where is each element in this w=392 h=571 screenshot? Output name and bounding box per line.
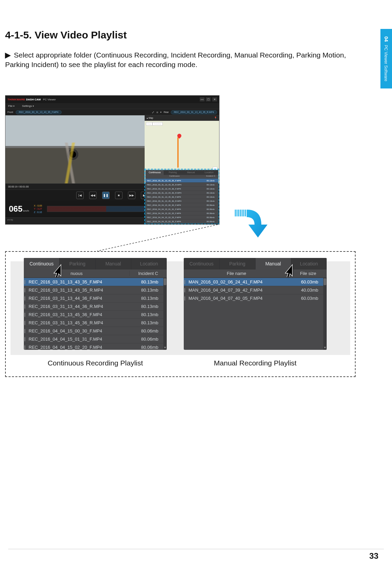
inset-row-size: 80.06mb: [203, 221, 218, 223]
playlist-row[interactable]: MAN_2016_04_04_07_39_42_F.MP440.03mb: [184, 286, 327, 294]
equalizer-icon[interactable]: ≡: [157, 111, 158, 114]
window-minimize-button[interactable]: —: [200, 97, 205, 101]
paragraph-arrow-icon: ▶: [5, 51, 11, 59]
cursor-icon: [50, 262, 65, 277]
playlist-row-size: 80.13mb: [133, 320, 167, 325]
playlist-row-filename: REC_2016_03_31_13_45_36_R.MP4: [24, 320, 133, 325]
map-toggle[interactable]: ▴ Map: [147, 117, 153, 119]
inset-row[interactable]: REC_2016_03_31_13_44_36_F.MP480.13mb: [146, 186, 218, 191]
svg-rect-1: [236, 210, 238, 216]
window-maximize-button[interactable]: □: [206, 97, 211, 101]
playlist-row[interactable]: REC_2016_04_04_15_01_31_F.MP480.06mb: [24, 335, 167, 343]
manual-header-name: File name: [184, 271, 289, 276]
inset-row-filename: REC_2016_04_04_15_00_30_F.MP4: [146, 204, 203, 206]
brand-dashcam: DASH CAM: [26, 98, 41, 101]
continuous-playlist-panel: ContinuousParkingManualLocation nuous In…: [24, 258, 167, 350]
window-close-button[interactable]: ×: [212, 97, 217, 101]
inset-tab-continuous[interactable]: Continuous: [146, 170, 164, 175]
playlist-row[interactable]: MAN_2016_04_04_07_40_05_F.MP460.03mb: [184, 294, 327, 302]
playlist-row-size: 80.13mb: [133, 312, 167, 317]
inset-row-size: 80.13mb: [203, 180, 218, 182]
inset-tab-location[interactable]: Location: [200, 170, 218, 175]
playlist-row-filename: MAN_2016_04_04_07_40_05_F.MP4: [184, 296, 293, 301]
playlist-row[interactable]: REC_2016_03_31_13_44_36_F.MP480.13mb: [24, 294, 167, 302]
map-header: ▴ Map 📍: [145, 115, 219, 121]
paragraph-text: Select appropriate folder (Continuous Re…: [5, 51, 346, 68]
playlist-row-size: 60.03mb: [293, 296, 327, 301]
playlist-row[interactable]: REC_2016_03_31_13_44_36_R.MP480.13mb: [24, 302, 167, 310]
scrollbar[interactable]: ▼: [163, 278, 167, 350]
inset-row-size: 80.13mb: [203, 192, 218, 194]
stop-button[interactable]: ■: [115, 192, 122, 199]
menu-file[interactable]: File: [8, 104, 15, 108]
playlist-tab-continuous[interactable]: Continuous: [184, 258, 219, 270]
playlist-row-size: 80.13mb: [133, 279, 167, 284]
tunnel-graphic: [67, 148, 79, 160]
playlist-row[interactable]: REC_2016_03_31_13_45_36_F.MP480.13mb: [24, 310, 167, 319]
inset-row-filename: REC_2016_04_04_15_02_33_F.MP4: [146, 216, 203, 218]
svg-rect-2: [238, 210, 239, 216]
pc-viewer-window: THINKWARE DASH CAM PC Viewer — □ × File …: [5, 95, 219, 225]
inset-row[interactable]: REC_2016_04_04_15_02_33_F.MP480.06mb: [146, 215, 218, 219]
inset-row-size: 80.06mb: [203, 204, 218, 206]
map-route: [177, 137, 179, 168]
playlist-row-filename: REC_2016_03_31_13_44_36_R.MP4: [24, 304, 133, 309]
scrollbar[interactable]: ▼: [323, 278, 327, 350]
inset-row[interactable]: REC_2016_03_31_13_43_35_F.MP480.13mb: [146, 178, 218, 182]
inset-row[interactable]: REC_2016_03_31_13_45_36_R.MP480.13mb: [146, 199, 218, 203]
playlist-row[interactable]: REC_2016_04_04_15_00_30_F.MP480.06mb: [24, 327, 167, 335]
svg-rect-6: [245, 210, 246, 216]
inset-row-size: 80.06mb: [203, 208, 218, 210]
page-number: 33: [369, 551, 378, 561]
play-pause-button[interactable]: ❚❚: [102, 192, 110, 199]
fast-forward-button[interactable]: ▶▶: [128, 192, 135, 199]
playlist-row-filename: REC_2016_04_04_15_02_20_F.MP4: [24, 345, 133, 350]
inset-row-size: 80.13mb: [203, 200, 218, 202]
map-type-satellite[interactable]: Satellite: [152, 122, 162, 126]
inset-row[interactable]: REC_2016_04_04_15_00_30_F.MP480.06mb: [146, 203, 218, 207]
inset-row-filename: REC_2016_03_31_13_43_35_R.MP4: [146, 184, 203, 186]
body-paragraph: ▶ Select appropriate folder (Continuous …: [5, 50, 352, 70]
rewind-button[interactable]: ◀◀: [89, 192, 97, 199]
app-subtitle: PC Viewer: [43, 98, 56, 101]
inset-tab-manual[interactable]: Manual: [182, 170, 200, 175]
menu-settings[interactable]: Settings: [22, 104, 34, 108]
scrollbar-thumb[interactable]: [164, 278, 166, 285]
inset-row[interactable]: REC_2016_03_31_13_44_36_R.MP480.13mb: [146, 191, 218, 195]
scrollbar-down-icon[interactable]: ▼: [163, 346, 167, 350]
map-type-map[interactable]: Map: [146, 122, 153, 126]
inset-row[interactable]: REC_2016_03_31_13_43_35_R.MP480.13mb: [146, 182, 218, 186]
inset-row[interactable]: REC_2016_04_04_15_02_35_F.MP480.06mb: [146, 219, 218, 223]
expand-icon[interactable]: ⤢: [152, 111, 154, 114]
playlist-row[interactable]: REC_2016_03_31_13_45_36_R.MP480.13mb: [24, 319, 167, 327]
playlist-tab-manual[interactable]: Manual: [96, 258, 131, 270]
continuous-header-name: nuous: [24, 271, 129, 276]
front-video-view[interactable]: [5, 115, 145, 183]
playlist-row[interactable]: REC_2016_04_04_15_02_20_F.MP480.06mb: [24, 343, 167, 350]
map-pin-icon[interactable]: 📍: [214, 117, 217, 119]
inset-row[interactable]: REC_2016_04_04_15_02_20_F.MP480.06mb: [146, 211, 218, 215]
inset-tab-parking[interactable]: Parking: [164, 170, 182, 175]
chapter-label: PC Viewer Software: [383, 45, 388, 81]
front-file-chip[interactable]: REC_2016_03_31_13_43_35_F.MP4: [16, 110, 61, 114]
chapter-side-tab: 04 PC Viewer Software: [380, 29, 392, 88]
svg-rect-4: [242, 210, 243, 216]
rear-toggle-icon[interactable]: ▾: [160, 111, 162, 114]
playlist-tab-parking[interactable]: Parking: [219, 258, 255, 270]
playlist-row[interactable]: REC_2016_03_31_13_43_35_R.MP480.13mb: [24, 286, 167, 294]
inset-row[interactable]: REC_2016_03_31_13_45_36_F.MP480.13mb: [146, 195, 218, 199]
playlist-row-size: 80.13mb: [133, 296, 167, 301]
inset-header-size: Incident C: [203, 175, 218, 178]
rear-file-chip[interactable]: REC_2016_03_31_13_43_35_R.MP4: [171, 110, 217, 114]
playlist-tab-location[interactable]: Location: [131, 258, 167, 270]
prev-track-button[interactable]: |◀: [76, 192, 84, 199]
playlist-row-size: 40.03mb: [293, 288, 327, 293]
inset-row[interactable]: REC_2016_04_04_15_01_31_F.MP480.06mb: [146, 207, 218, 211]
scrollbar-thumb[interactable]: [324, 278, 326, 285]
inset-playlist-highlight: ContinuousParkingManualLocation Continuo…: [145, 170, 218, 224]
playlist-row-size: 80.06mb: [133, 328, 167, 333]
manual-playlist-panel: ContinuousParkingManualLocation File nam…: [184, 258, 327, 350]
scrollbar-down-icon[interactable]: ▼: [323, 346, 327, 350]
playlist-row[interactable]: REC_2016_03_31_13_43_35_F.MP480.13mb: [24, 278, 167, 286]
playlist-row[interactable]: MAN_2016_03_02_06_24_41_F.MP460.03mb: [184, 278, 327, 286]
